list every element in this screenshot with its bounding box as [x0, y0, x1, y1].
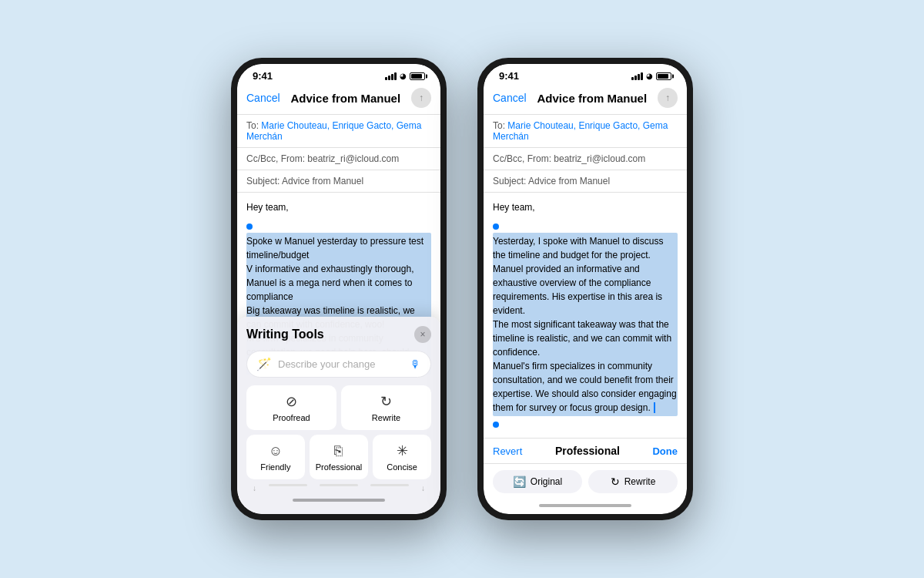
scroll-line-1 — [269, 484, 307, 486]
left-phone: 9:41 ◕ Cancel Advice from — [231, 58, 447, 520]
close-icon: × — [420, 329, 425, 340]
rewrite-result-icon: ↻ — [611, 476, 620, 488]
friendly-button[interactable]: ☺ Friendly — [246, 435, 305, 479]
cc-field-right[interactable]: Cc/Bcc, From: beatriz_ri@icloud.com — [484, 148, 687, 170]
body-cursor-left — [246, 219, 431, 233]
send-button-right[interactable]: ↑ — [658, 88, 678, 108]
email-body-right[interactable]: Hey team, Yesterday, I spoke with Manuel… — [484, 193, 687, 438]
close-button[interactable]: × — [414, 326, 431, 343]
original-label: Original — [531, 476, 562, 487]
subject-value-right: Advice from Manuel — [528, 176, 610, 187]
professional-button[interactable]: ⎘ Professional — [310, 435, 369, 479]
subject-field-left[interactable]: Subject: Advice from Manuel — [237, 170, 440, 193]
original-button[interactable]: 🔄 Original — [493, 470, 582, 493]
concise-icon: ✳ — [397, 442, 408, 459]
friendly-label: Friendly — [260, 462, 290, 472]
status-icons-right: ◕ — [631, 72, 671, 80]
home-indicator-left — [293, 499, 385, 502]
wifi-icon-right: ◕ — [646, 72, 653, 80]
left-phone-frame: 9:41 ◕ Cancel Advice from — [231, 58, 447, 520]
home-indicator-right — [539, 504, 631, 507]
scroll-line-3 — [370, 484, 409, 486]
scroll-indicator: ↓ ↓ — [246, 479, 431, 494]
subject-label-right: Subject: — [493, 176, 526, 187]
battery-icon-right — [656, 72, 671, 80]
original-rewrite-bar: 🔄 Original ↻ Rewrite — [484, 464, 687, 499]
professional-label: Professional — [316, 462, 363, 472]
to-names-right: Marie Chouteau, Enrique Gacto, Gema Merc… — [493, 120, 668, 142]
subject-value-left: Advice from Manuel — [282, 176, 363, 187]
proofread-label: Proofread — [273, 413, 310, 422]
wifi-icon-left: ◕ — [400, 72, 407, 80]
signal-icon-right — [631, 72, 643, 80]
status-bar-right: 9:41 ◕ — [484, 64, 687, 85]
body-rewritten-content: Yesterday, I spoke with Manuel to discus… — [493, 236, 677, 413]
tools-grid-bottom: ☺ Friendly ⎘ Professional ✳ Concise — [246, 435, 431, 479]
proofread-button[interactable]: ⊘ Proofread — [246, 385, 336, 430]
body-greeting-right: Hey team, — [493, 200, 678, 214]
battery-icon-left — [410, 72, 425, 80]
scroll-arrow-left: ↓ — [253, 484, 256, 492]
time-right: 9:41 — [499, 70, 519, 82]
body-greeting-left: Hey team, — [246, 200, 431, 214]
describe-placeholder: Describe your change — [278, 358, 410, 370]
revert-button[interactable]: Revert — [493, 445, 522, 457]
rewrite-icon: ↻ — [380, 393, 392, 410]
panel-header: Writing Tools × — [246, 326, 431, 343]
result-bottom-bar: Revert Professional Done — [484, 438, 687, 464]
send-button-left[interactable]: ↑ — [411, 88, 431, 108]
to-field-right[interactable]: To: Marie Chouteau, Enrique Gacto, Gema … — [484, 115, 687, 148]
rewrite-result-button[interactable]: ↻ Rewrite — [588, 470, 678, 493]
rewrite-result-label: Rewrite — [624, 476, 656, 487]
panel-title: Writing Tools — [246, 328, 324, 341]
right-phone-inner: 9:41 ◕ Cancel Advice from — [484, 64, 687, 514]
cc-text-right: Cc/Bcc, From: beatriz_ri@icloud.com — [493, 153, 645, 164]
cc-text-left: Cc/Bcc, From: beatriz_ri@icloud.com — [246, 153, 399, 164]
email-nav-right: Cancel Advice from Manuel ↑ — [484, 85, 687, 115]
subject-field-right[interactable]: Subject: Advice from Manuel — [484, 170, 687, 193]
email-nav-left: Cancel Advice from Manuel ↑ — [237, 85, 440, 115]
rainbow-icon: 🪄 — [256, 357, 272, 371]
done-button[interactable]: Done — [652, 445, 678, 457]
email-title-left: Advice from Manuel — [291, 92, 401, 105]
body-cursor-right — [493, 219, 678, 233]
describe-input[interactable]: 🪄 Describe your change 🎙 — [246, 351, 431, 378]
rewrite-button[interactable]: ↻ Rewrite — [341, 385, 431, 430]
to-label-right: To: — [493, 120, 505, 131]
to-label-left: To: — [246, 120, 259, 131]
mic-icon[interactable]: 🎙 — [410, 358, 421, 371]
right-phone-frame: 9:41 ◕ Cancel Advice from — [477, 58, 693, 520]
concise-button[interactable]: ✳ Concise — [373, 435, 431, 479]
mode-label: Professional — [555, 445, 620, 457]
right-phone: 9:41 ◕ Cancel Advice from — [477, 58, 693, 520]
to-field-left[interactable]: To: Marie Chouteau, Enrique Gacto, Gema … — [237, 115, 440, 148]
tools-grid-top: ⊘ Proofread ↻ Rewrite — [246, 385, 431, 430]
cancel-button-left[interactable]: Cancel — [246, 92, 280, 104]
cursor-dot-bottom-right — [493, 422, 499, 428]
body-rewritten-text: Yesterday, I spoke with Manuel to discus… — [493, 233, 678, 416]
text-cursor-right — [654, 402, 655, 413]
rewrite-label: Rewrite — [372, 413, 400, 422]
writing-tools-panel: Writing Tools × 🪄 Describe your change 🎙… — [237, 317, 440, 514]
original-icon: 🔄 — [513, 476, 526, 488]
concise-label: Concise — [387, 462, 417, 472]
signal-icon-left — [385, 72, 397, 80]
friendly-icon: ☺ — [269, 443, 283, 459]
scroll-arrow-right: ↓ — [421, 484, 425, 492]
time-left: 9:41 — [253, 70, 273, 82]
scroll-line-2 — [320, 484, 358, 486]
cancel-button-right[interactable]: Cancel — [493, 92, 527, 104]
to-names-left: Marie Chouteau, Enrique Gacto, Gema Merc… — [246, 120, 421, 142]
cc-field-left[interactable]: Cc/Bcc, From: beatriz_ri@icloud.com — [237, 148, 440, 170]
left-phone-inner: 9:41 ◕ Cancel Advice from — [237, 64, 440, 514]
status-bar-left: 9:41 ◕ — [237, 64, 440, 85]
proofread-icon: ⊘ — [286, 393, 297, 410]
professional-icon: ⎘ — [334, 443, 343, 459]
subject-label-left: Subject: — [246, 176, 280, 187]
email-title-right: Advice from Manuel — [537, 92, 648, 105]
status-icons-left: ◕ — [385, 72, 425, 80]
